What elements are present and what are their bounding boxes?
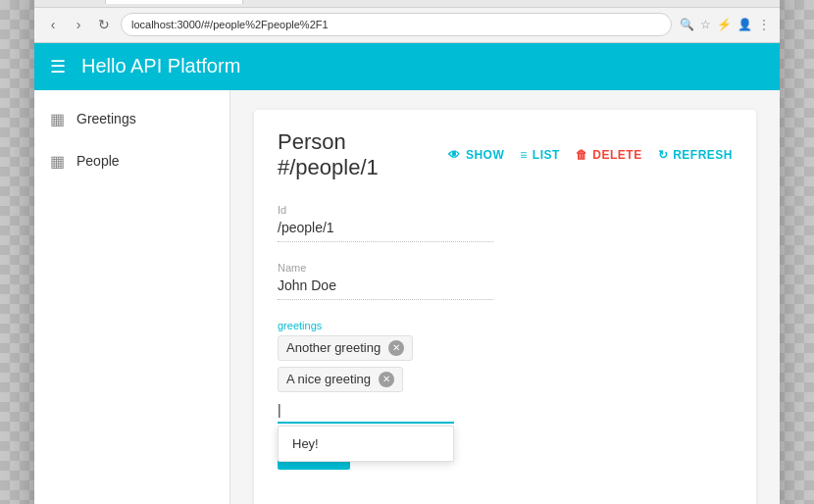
delete-icon: 🗑 bbox=[576, 148, 588, 162]
tag-another-greeting: Another greeting ✕ bbox=[278, 335, 413, 361]
title-bar: API Platform Admin ✕ Kevin bbox=[34, 0, 780, 8]
greetings-label: greetings bbox=[278, 320, 733, 331]
page-header: Person #/people/1 👁 SHOW ≡ LIST bbox=[278, 129, 733, 180]
tag-input-wrapper: Hey! bbox=[278, 398, 733, 424]
list-icon: ≡ bbox=[520, 148, 528, 162]
menu-icon[interactable]: ⋮ bbox=[758, 18, 770, 31]
search-icon[interactable]: 🔍 bbox=[680, 18, 694, 31]
tag-nice-greeting: A nice greeting ✕ bbox=[278, 367, 403, 392]
sidebar-item-people[interactable]: ▦ People bbox=[34, 140, 229, 182]
action-buttons: 👁 SHOW ≡ LIST 🗑 DELETE bbox=[448, 148, 733, 162]
top-nav: ☰ Hello API Platform bbox=[34, 43, 780, 90]
address-actions: 🔍 ☆ ⚡ 👤 ⋮ bbox=[680, 18, 770, 31]
url-bar[interactable]: localhost:3000/#/people%2Fpeople%2F1 bbox=[121, 13, 672, 36]
suggestions-dropdown: Hey! bbox=[278, 426, 454, 462]
app-container: ☰ Hello API Platform ▦ Greetings ▦ Peopl… bbox=[34, 43, 780, 505]
name-value: John Doe bbox=[278, 277, 493, 300]
greetings-field: greetings Another greeting ✕ A nice gree… bbox=[278, 320, 733, 470]
content-panel: Person #/people/1 👁 SHOW ≡ LIST bbox=[254, 110, 756, 505]
id-field: Id /people/1 bbox=[278, 204, 733, 242]
tag-another-greeting-label: Another greeting bbox=[286, 340, 381, 355]
tab-bar: API Platform Admin ✕ bbox=[105, 0, 768, 4]
id-value: /people/1 bbox=[278, 220, 493, 242]
back-button[interactable]: ‹ bbox=[44, 16, 62, 33]
main-layout: ▦ Greetings ▦ People Person #/people/1 bbox=[34, 90, 780, 505]
name-field: Name John Doe bbox=[278, 262, 733, 300]
show-button[interactable]: 👁 SHOW bbox=[448, 148, 504, 162]
dropdown-item-hey[interactable]: Hey! bbox=[279, 427, 453, 461]
app-title: Hello API Platform bbox=[81, 55, 240, 77]
hamburger-icon[interactable]: ☰ bbox=[50, 56, 66, 77]
browser-tab[interactable]: API Platform Admin ✕ bbox=[105, 0, 243, 4]
show-label: SHOW bbox=[466, 148, 504, 162]
account-icon[interactable]: 👤 bbox=[738, 18, 752, 31]
sidebar-item-greetings[interactable]: ▦ Greetings bbox=[34, 98, 229, 140]
browser-window: API Platform Admin ✕ Kevin ‹ › ↻ localho… bbox=[34, 0, 780, 504]
content-area: Person #/people/1 👁 SHOW ≡ LIST bbox=[230, 90, 780, 505]
url-text: localhost:3000/#/people%2Fpeople%2F1 bbox=[131, 19, 329, 30]
id-label: Id bbox=[278, 204, 733, 216]
page-title: Person #/people/1 bbox=[278, 129, 448, 180]
bookmark-icon[interactable]: ☆ bbox=[700, 18, 711, 31]
tag-nice-greeting-label: A nice greeting bbox=[286, 372, 371, 386]
show-icon: 👁 bbox=[448, 148, 461, 162]
delete-label: DELETE bbox=[592, 148, 641, 162]
list-button[interactable]: ≡ LIST bbox=[520, 148, 560, 162]
sidebar-label-greetings: Greetings bbox=[76, 111, 136, 126]
refresh-icon: ↻ bbox=[658, 148, 669, 162]
greetings-list-icon: ▦ bbox=[50, 110, 65, 128]
name-label: Name bbox=[278, 262, 733, 274]
refresh-label: REFRESH bbox=[673, 148, 733, 162]
address-bar: ‹ › ↻ localhost:3000/#/people%2Fpeople%2… bbox=[34, 8, 780, 43]
sidebar-label-people: People bbox=[76, 153, 120, 169]
refresh-nav-button[interactable]: ↻ bbox=[95, 16, 113, 33]
tags-container: Another greeting ✕ A nice greeting ✕ Hey bbox=[278, 335, 733, 424]
delete-button[interactable]: 🗑 DELETE bbox=[576, 148, 642, 162]
forward-button[interactable]: › bbox=[70, 16, 87, 33]
remove-tag-nice-greeting[interactable]: ✕ bbox=[379, 372, 394, 387]
sidebar: ▦ Greetings ▦ People bbox=[34, 90, 230, 505]
tag-input[interactable] bbox=[278, 398, 454, 424]
refresh-button[interactable]: ↻ REFRESH bbox=[658, 148, 733, 162]
remove-tag-another-greeting[interactable]: ✕ bbox=[388, 340, 404, 356]
list-label: LIST bbox=[533, 148, 560, 162]
people-list-icon: ▦ bbox=[50, 152, 65, 171]
extension-icon[interactable]: ⚡ bbox=[717, 18, 732, 31]
